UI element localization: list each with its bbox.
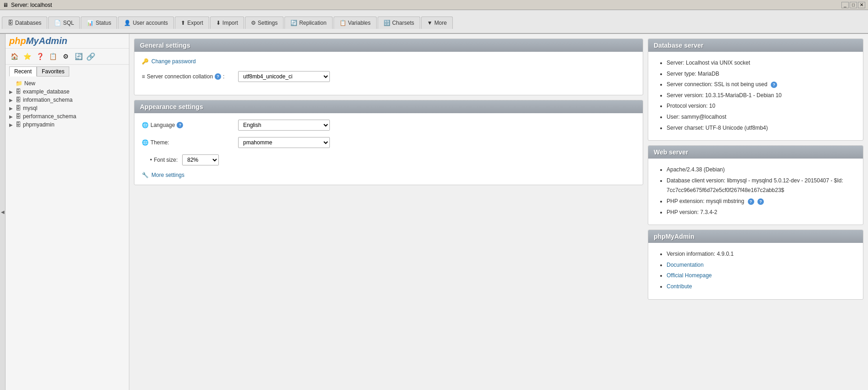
database-server-header: Database server: [648, 39, 863, 52]
tab-databases[interactable]: 🗄 Databases: [2, 16, 47, 29]
home-icon-button[interactable]: 🏠: [9, 51, 19, 61]
variables-icon: 📋: [339, 20, 346, 26]
phpmyadmin-info-list: Version information: 4.9.0.1 Documentati…: [656, 249, 856, 291]
databases-icon: 🗄: [8, 20, 13, 26]
theme-label: 🌐 Theme:: [142, 139, 234, 146]
list-item: Database client version: libmysql - mysq…: [667, 176, 856, 196]
content-area: General settings 🔑 Change password ≡ Ser…: [129, 34, 868, 390]
recent-tab[interactable]: Recent: [9, 66, 37, 77]
collapse-icon: ◀: [1, 209, 5, 214]
logo-php-text: php: [9, 36, 26, 46]
more-settings-link[interactable]: 🔧 More settings: [142, 172, 635, 178]
new-folder-icon: 📁: [16, 80, 22, 87]
collation-label: ≡ Server connection collation ?:: [142, 73, 234, 80]
import-icon: ⬇: [216, 20, 221, 26]
replication-icon: 🔄: [290, 20, 297, 26]
list-item: Server type: MariaDB: [667, 69, 856, 79]
sidebar-collapse-button[interactable]: ◀: [0, 34, 6, 390]
key-icon: 🔑: [142, 58, 149, 65]
tab-more[interactable]: ▼ More: [421, 16, 453, 29]
list-item: Documentation: [667, 260, 856, 270]
info-schema-icon: 🗄: [16, 97, 21, 103]
charsets-icon: 🔡: [384, 20, 390, 26]
tab-user-accounts[interactable]: 👤 User accounts: [118, 16, 174, 29]
mbstring-info-icon[interactable]: ?: [757, 198, 764, 205]
language-select[interactable]: EnglishFrenchGermanSpanish: [238, 120, 330, 131]
phpmyadmin-info-panel: phpMyAdmin Version information: 4.9.0.1 …: [648, 230, 863, 299]
language-icon: 🌐: [142, 122, 149, 128]
help-icon-button[interactable]: ❓: [35, 51, 45, 61]
database-server-body: Server: Localhost via UNIX socket Server…: [648, 52, 863, 140]
favorites-icon-button[interactable]: ⭐: [22, 51, 32, 61]
sidebar-header: php MyAdmin: [6, 34, 129, 49]
tab-replication[interactable]: 🔄 Replication: [284, 16, 332, 29]
language-row: 🌐 Language ? EnglishFrenchGermanSpanish: [142, 120, 635, 131]
language-info-icon[interactable]: ?: [177, 122, 183, 128]
sidebar-tree: 📁 New ▶ 🗄 example_database ▶ 🗄 informati…: [6, 77, 129, 390]
copy-icon-button[interactable]: 📋: [48, 51, 58, 61]
list-item: Server version: 10.3.15-MariaDB-1 - Debi…: [667, 91, 856, 101]
favorites-tab[interactable]: Favorites: [37, 66, 69, 77]
appearance-settings-header: Appearance settings: [134, 100, 643, 113]
list-item: User: sammy@localhost: [667, 112, 856, 122]
tab-sql[interactable]: 📄 SQL: [48, 16, 80, 29]
tab-variables[interactable]: 📋 Variables: [334, 16, 377, 29]
perf-schema-icon: 🗄: [16, 113, 21, 120]
tab-import[interactable]: ⬇ Import: [210, 16, 244, 29]
tab-export[interactable]: ⬆ Export: [175, 16, 209, 29]
list-item: Server charset: UTF-8 Unicode (utf8mb4): [667, 123, 856, 133]
font-size-select[interactable]: 72%82%92%100%: [182, 154, 219, 165]
tab-charsets[interactable]: 🔡 Charsets: [378, 16, 420, 29]
more-dropdown-icon: ▼: [427, 20, 433, 26]
maximize-button[interactable]: □: [850, 2, 857, 8]
collation-select[interactable]: utf8mb4_unicode_ciutf8_general_cilatin1_…: [238, 71, 330, 82]
content-left: General settings 🔑 Change password ≡ Ser…: [134, 38, 643, 385]
appearance-settings-panel: Appearance settings 🌐 Language ? English…: [134, 100, 643, 185]
tree-item-performance-schema[interactable]: ▶ 🗄 performance_schema: [7, 112, 127, 121]
appearance-settings-body: 🌐 Language ? EnglishFrenchGermanSpanish …: [134, 113, 643, 185]
export-icon: ⬆: [181, 20, 185, 26]
mysql-expand-icon: ▶: [9, 106, 14, 111]
tree-item-information-schema[interactable]: ▶ 🗄 information_schema: [7, 96, 127, 104]
pma-db-icon: 🗄: [16, 121, 21, 128]
example-db-expand-icon: ▶: [9, 89, 14, 94]
tab-settings[interactable]: ⚙ Settings: [245, 16, 284, 29]
user-accounts-icon: 👤: [124, 20, 131, 26]
refresh-icon-button[interactable]: 🔄: [73, 51, 83, 61]
sql-icon: 📄: [54, 20, 61, 26]
close-button[interactable]: ✕: [858, 2, 865, 8]
general-settings-panel: General settings 🔑 Change password ≡ Ser…: [134, 38, 643, 95]
font-size-row: • Font size: 72%82%92%100%: [142, 154, 635, 165]
list-item: PHP extension: mysqli mbstring ? ?: [667, 197, 856, 207]
example-db-icon: 🗄: [16, 88, 21, 95]
tab-status[interactable]: 📊 Status: [81, 16, 117, 29]
tree-item-example-database[interactable]: ▶ 🗄 example_database: [7, 88, 127, 96]
tree-item-mysql[interactable]: ▶ 🗄 mysql: [7, 104, 127, 112]
tree-item-phpmyadmin[interactable]: ▶ 🗄 phpmyadmin: [7, 121, 127, 129]
theme-select[interactable]: pmahommeoriginal: [238, 137, 330, 148]
tree-item-new[interactable]: 📁 New: [7, 79, 127, 88]
contribute-link[interactable]: Contribute: [667, 283, 692, 290]
list-item: Official Homepage: [667, 271, 856, 281]
pma-expand-icon: ▶: [9, 122, 14, 127]
main-layout: ◀ php MyAdmin 🏠 ⭐ ❓ 📋 ⚙ 🔄 🔗 Recent: [0, 34, 868, 390]
sidebar-tabs: Recent Favorites: [6, 65, 129, 77]
titlebar-icon: 🖥: [3, 2, 8, 8]
info-schema-expand-icon: ▶: [9, 98, 14, 103]
web-server-header: Web server: [648, 146, 863, 159]
documentation-link[interactable]: Documentation: [667, 262, 704, 268]
collation-info-icon[interactable]: ?: [215, 73, 221, 80]
mysql-icon: 🗄: [16, 105, 21, 111]
titlebar-title: Server: localhost: [11, 2, 52, 8]
ssl-info-icon[interactable]: ?: [771, 82, 777, 88]
status-icon: 📊: [87, 20, 94, 26]
mysqli-info-icon[interactable]: ?: [748, 198, 754, 205]
settings-icon-button[interactable]: ⚙: [61, 51, 71, 61]
list-item: Server connection: SSL is not being used…: [667, 80, 856, 90]
minimize-button[interactable]: _: [841, 2, 849, 8]
change-password-link[interactable]: 🔑 Change password: [142, 58, 635, 65]
official-homepage-link[interactable]: Official Homepage: [667, 272, 712, 279]
list-item: Version information: 4.9.0.1: [667, 249, 856, 259]
theme-row: 🌐 Theme: pmahommeoriginal: [142, 137, 635, 148]
language-label: 🌐 Language ?: [142, 122, 234, 128]
